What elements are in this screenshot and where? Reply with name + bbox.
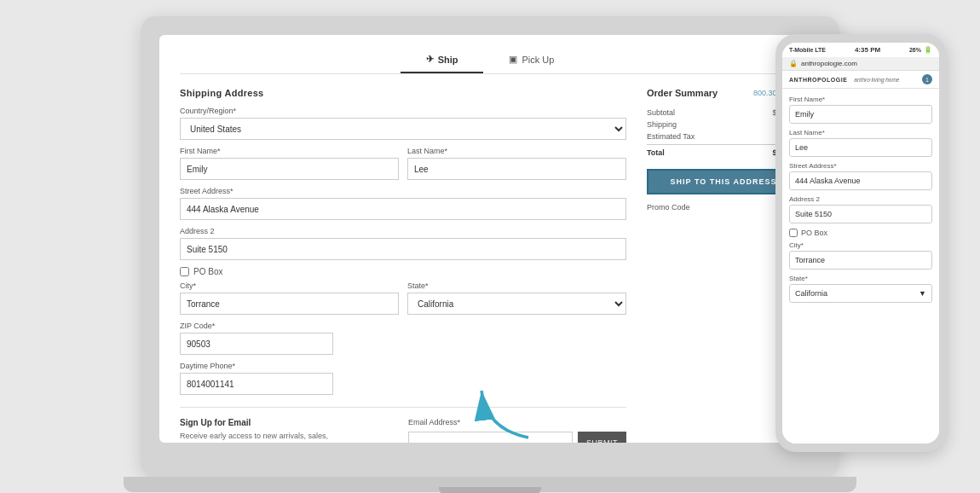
last-name-field-group: Last Name*: [407, 147, 626, 180]
order-summary-title: Order Summary: [647, 88, 718, 98]
submit-email-button[interactable]: SUBMIT: [578, 432, 626, 443]
teal-arrow: [469, 378, 537, 446]
mobile-first-name-group: First Name*: [789, 96, 932, 124]
address2-input[interactable]: [180, 238, 626, 260]
first-name-field-group: First Name*: [180, 147, 399, 180]
tax-label: Estimated Tax: [647, 132, 695, 141]
email-signup-desc: Receive early access to new arrivals, sa…: [180, 431, 350, 443]
mobile-state-select[interactable]: California ▼: [789, 284, 932, 303]
phone-field-group: Daytime Phone*: [180, 362, 626, 395]
tab-ship[interactable]: ✈ Ship: [401, 47, 484, 73]
email-left: Sign Up for Email Receive early access t…: [180, 418, 398, 443]
mobile-logo-sub: anthro·living·home: [854, 77, 899, 83]
shipping-label: Shipping: [647, 120, 677, 129]
shipping-form: Shipping Address Country/Region* United …: [180, 88, 626, 443]
mobile-po-box-label: PO Box: [801, 229, 827, 237]
zip-input[interactable]: [180, 333, 333, 355]
mobile-city-input[interactable]: [789, 251, 932, 270]
zip-label: ZIP Code*: [180, 322, 626, 330]
state-field-group: State* California: [407, 281, 626, 315]
last-name-input[interactable]: [407, 158, 626, 180]
mobile-screen: T-Mobile LTE 4:35 PM 26% 🔋 🔒 anthropolog…: [782, 43, 939, 444]
mobile-state-label: State*: [789, 275, 932, 282]
street-field-group: Street Address*: [180, 187, 626, 220]
email-signup-title: Sign Up for Email: [180, 418, 398, 427]
state-label: State*: [407, 281, 626, 290]
mobile-last-name-input[interactable]: [789, 138, 932, 157]
total-label: Total: [647, 148, 665, 157]
ship-icon: ✈: [426, 54, 434, 65]
battery-text: 26%: [909, 47, 921, 53]
battery-icon: 🔋: [924, 46, 932, 54]
po-box-label: PO Box: [193, 267, 222, 276]
section-title: Shipping Address: [180, 88, 626, 98]
mobile-first-name-label: First Name*: [789, 96, 932, 103]
mobile-first-name-input[interactable]: [789, 105, 932, 124]
mobile-last-name-label: Last Name*: [789, 129, 932, 136]
zip-field-group: ZIP Code*: [180, 322, 626, 355]
address2-field-group: Address 2: [180, 227, 626, 260]
po-box-checkbox[interactable]: [180, 267, 189, 276]
mobile-nav: ANTHROPOLOGIE anthro·living·home 1: [782, 71, 939, 89]
mobile-logo-main: ANTHROPOLOGIE: [789, 77, 847, 83]
mobile-shell: T-Mobile LTE 4:35 PM 26% 🔋 🔒 anthropolog…: [775, 34, 946, 452]
url-text: anthropologie.com: [801, 60, 857, 67]
laptop-notch: [439, 487, 541, 493]
pickup-icon: ▣: [509, 54, 517, 65]
mobile-city-group: City*: [789, 241, 932, 270]
tab-pickup-label: Pick Up: [522, 55, 554, 65]
mobile-status-bar: T-Mobile LTE 4:35 PM 26% 🔋: [782, 43, 939, 57]
first-name-label: First Name*: [180, 147, 399, 155]
mobile-street-label: Street Address*: [789, 162, 932, 170]
carrier-text: T-Mobile LTE: [789, 47, 826, 53]
mobile-address2-group: Address 2: [789, 195, 932, 223]
last-name-label: Last Name*: [407, 147, 626, 155]
mobile-form: First Name* Last Name* Street Address* A…: [782, 89, 939, 444]
time-text: 4:35 PM: [855, 46, 880, 54]
mobile-state-group: State* California ▼: [789, 275, 932, 303]
lock-icon: 🔒: [789, 60, 798, 67]
mobile-po-box-row: PO Box: [789, 229, 932, 237]
phone-input[interactable]: [180, 373, 333, 395]
mobile-po-box-checkbox[interactable]: [789, 229, 798, 237]
first-name-input[interactable]: [180, 158, 399, 180]
email-row: Sign Up for Email Receive early access t…: [180, 418, 626, 443]
name-row: First Name* Last Name*: [180, 147, 626, 187]
country-select[interactable]: United States: [180, 118, 626, 140]
cart-count: 1: [925, 77, 929, 83]
street-input[interactable]: [180, 198, 626, 220]
mobile-state-value: California: [795, 289, 827, 298]
mobile-last-name-group: Last Name*: [789, 129, 932, 157]
mobile-cart-badge[interactable]: 1: [922, 74, 932, 84]
street-label: Street Address*: [180, 187, 626, 195]
city-field-group: City*: [180, 281, 399, 315]
city-label: City*: [180, 281, 399, 290]
address2-label: Address 2: [180, 227, 626, 235]
country-label: Country/Region*: [180, 107, 626, 115]
mobile-street-group: Street Address*: [789, 162, 932, 190]
email-signup-section: Sign Up for Email Receive early access t…: [180, 407, 626, 443]
tab-pickup[interactable]: ▣ Pick Up: [483, 47, 579, 73]
mobile-city-label: City*: [789, 241, 932, 249]
city-input[interactable]: [180, 293, 399, 315]
status-left: T-Mobile LTE: [789, 47, 826, 53]
country-field-group: Country/Region* United States: [180, 107, 626, 140]
state-select[interactable]: California: [407, 293, 626, 315]
po-box-row: PO Box: [180, 267, 626, 276]
mobile-street-input[interactable]: [789, 171, 932, 190]
chevron-down-icon: ▼: [919, 289, 926, 298]
tab-ship-label: Ship: [438, 55, 458, 65]
subtotal-label: Subtotal: [647, 108, 675, 117]
city-state-row: City* State* California: [180, 281, 626, 322]
status-right: 26% 🔋: [909, 46, 932, 54]
phone-label: Daytime Phone*: [180, 362, 626, 370]
tabs-container: ✈ Ship ▣ Pick Up: [180, 47, 800, 74]
url-bar: 🔒 anthropologie.com: [782, 57, 939, 71]
mobile-address2-label: Address 2: [789, 195, 932, 203]
mobile-address2-input[interactable]: [789, 205, 932, 223]
